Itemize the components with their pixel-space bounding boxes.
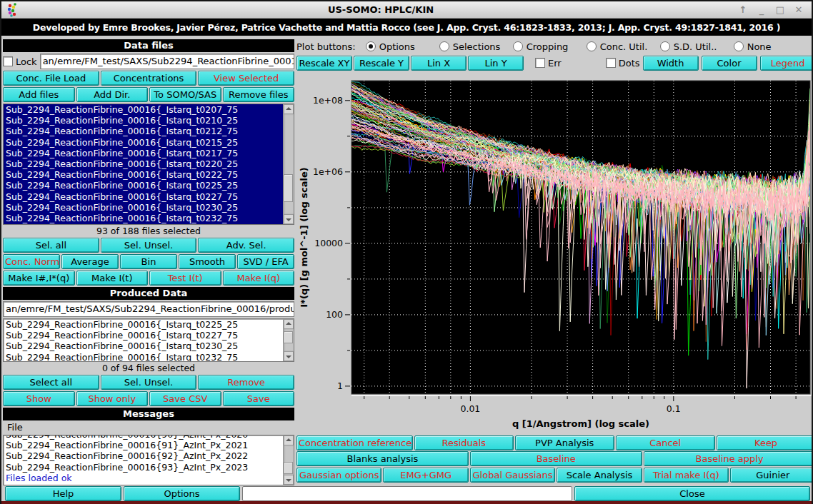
list-item[interactable]: Sub_2294_ReactionFibrine_00016{_Istarq_t…: [4, 223, 283, 224]
checkbox-icon[interactable]: [535, 58, 545, 68]
messages-list[interactable]: Sub_2294_ReactionFibrine_00016{90}_AzInt…: [4, 435, 283, 485]
radio-icon[interactable]: [513, 41, 523, 51]
list-item[interactable]: Sub_2294_ReactionFibrine_00016{_Istarq_t…: [4, 104, 283, 115]
scroll-thumb[interactable]: [284, 462, 293, 475]
radio-icon[interactable]: [734, 41, 744, 51]
button-make-i-q-[interactable]: Make I(q): [223, 271, 295, 286]
radio-conc-util-[interactable]: Conc. Util.: [587, 41, 660, 52]
plot-canvas[interactable]: 0.010.11e+081e+06100001001q [1/Angstrom]…: [296, 71, 813, 433]
options-button[interactable]: Options: [124, 486, 240, 501]
list-item[interactable]: Sub_2294_ReactionFibrine_00016{_Istarq_t…: [4, 330, 283, 341]
button-conc-file-load[interactable]: Conc. File Load: [3, 71, 99, 86]
button-average[interactable]: Average: [61, 254, 119, 269]
produced-path-field[interactable]: an/emre/FM_test/SAXS/Sub2294_ReactionFib…: [3, 301, 294, 317]
button-save[interactable]: Save: [223, 391, 295, 406]
button-keep[interactable]: Keep: [717, 435, 813, 450]
title-bar[interactable]: US-SOMO: HPLC/KIN ↑_□✕: [1, 0, 812, 19]
button-adv-sel-[interactable]: Adv. Sel.: [198, 238, 294, 253]
list-item[interactable]: Sub_2294_ReactionFibrine_00016{_Istarq_t…: [4, 213, 283, 223]
button-make-i-i-q-[interactable]: Make I#,I*(q): [3, 271, 75, 286]
button-trial-make-i-q-[interactable]: Trial make I(q): [644, 468, 729, 483]
list-item[interactable]: Sub_2294_ReactionFibrine_00016{_Istarq_t…: [4, 148, 283, 158]
list-item[interactable]: Sub_2294_ReactionFibrine_00016{_Istarq_t…: [4, 319, 283, 330]
button-lin-y[interactable]: Lin Y: [468, 56, 524, 71]
button-sel-unsel-[interactable]: Sel. Unsel.: [101, 375, 197, 390]
radio-s-d-util-[interactable]: S.D. Util..: [660, 41, 734, 52]
list-item[interactable]: Sub_2294_ReactionFibrine_00016{93}_AzInt…: [4, 462, 283, 473]
list-item[interactable]: Sub_2294_ReactionFibrine_00016{_Istarq_t…: [4, 352, 283, 361]
button-smooth[interactable]: Smooth: [179, 254, 236, 269]
list-item[interactable]: Sub_2294_ReactionFibrine_00016{_Istarq_t…: [4, 180, 283, 191]
scroll-thumb[interactable]: [284, 174, 293, 202]
button-baseline-apply[interactable]: Baseline apply: [644, 451, 813, 466]
radio-none[interactable]: None: [734, 41, 807, 52]
button-rescale-y[interactable]: Rescale Y: [354, 56, 409, 71]
list-item[interactable]: Sub_2294_ReactionFibrine_00016{92}_AzInt…: [4, 450, 283, 461]
close-window-icon[interactable]: ✕: [793, 4, 804, 16]
radio-icon[interactable]: [587, 41, 597, 51]
scroll-up-icon[interactable]: [284, 104, 294, 114]
button-remove-files[interactable]: Remove files: [223, 87, 295, 102]
button-emg-gmg[interactable]: EMG+GMG: [383, 468, 468, 483]
button-bin[interactable]: Bin: [120, 254, 177, 269]
produced-list[interactable]: Sub_2294_ReactionFibrine_00016{_Istarq_t…: [4, 319, 283, 361]
scroll-up-icon[interactable]: [284, 319, 294, 329]
button-legend[interactable]: Legend: [760, 56, 813, 71]
button-conc-norm-[interactable]: Conc. Norm.: [3, 254, 60, 269]
list-item[interactable]: Sub_2294_ReactionFibrine_00016{_Istarq_t…: [4, 115, 283, 126]
button-add-files[interactable]: Add files: [3, 87, 75, 102]
button-show-only[interactable]: Show only: [76, 391, 149, 406]
radio-icon[interactable]: [660, 41, 670, 51]
radio-selections[interactable]: Selections: [439, 41, 513, 52]
button-rescale-xy[interactable]: Rescale XY: [296, 56, 352, 71]
button-blanks-analysis[interactable]: Blanks analysis: [296, 451, 469, 466]
button-svd-efa[interactable]: SVD / EFA: [237, 254, 294, 269]
list-item[interactable]: Sub_2294_ReactionFibrine_00016{_Istarq_t…: [4, 341, 283, 351]
file-menu[interactable]: File: [7, 422, 23, 433]
lock-checkbox[interactable]: [3, 56, 13, 66]
button-pvp-analysis[interactable]: PVP Analysis: [515, 435, 614, 450]
button-color[interactable]: Color: [702, 56, 757, 71]
button-width[interactable]: Width: [643, 56, 699, 71]
button-make-i-t-[interactable]: Make I(t): [76, 271, 149, 286]
button-baseline[interactable]: Baseline: [470, 451, 642, 466]
close-button[interactable]: Close: [574, 486, 810, 501]
list-item[interactable]: Sub_2294_ReactionFibrine_00016{_Istarq_t…: [4, 191, 283, 202]
scroll-down-icon[interactable]: [284, 351, 294, 361]
button-add-dir-[interactable]: Add Dir.: [76, 87, 149, 102]
button-remove[interactable]: Remove: [198, 375, 294, 390]
list-item[interactable]: Sub_2294_ReactionFibrine_00016{_Istarq_t…: [4, 158, 283, 169]
list-item[interactable]: Sub_2294_ReactionFibrine_00016{_Istarq_t…: [4, 202, 283, 213]
button-sel-unsel-[interactable]: Sel. Unsel.: [101, 238, 197, 253]
button-concentrations[interactable]: Concentrations: [101, 71, 197, 86]
button-gaussian-options[interactable]: Gaussian options: [296, 468, 381, 483]
shade-window-icon[interactable]: ↑: [737, 4, 749, 16]
scroll-down-icon[interactable]: [284, 214, 294, 224]
scroll-up-icon[interactable]: [284, 435, 294, 445]
radio-icon[interactable]: [366, 41, 376, 51]
scroll-down-icon[interactable]: [284, 475, 294, 485]
data-files-path-field[interactable]: an/emre/FM_test/SAXS/Sub2294_ReactionFib…: [40, 54, 294, 69]
maximize-window-icon[interactable]: □: [774, 4, 786, 16]
button-show[interactable]: Show: [3, 391, 75, 406]
button-save-csv[interactable]: Save CSV: [149, 391, 221, 406]
button-view-selected[interactable]: View Selected: [198, 71, 294, 86]
button-guinier[interactable]: Guinier: [730, 468, 813, 483]
checkbox-dots[interactable]: Dots: [606, 58, 640, 69]
data-files-scrollbar[interactable]: [283, 104, 294, 224]
radio-options[interactable]: Options: [366, 41, 439, 52]
button-lin-x[interactable]: Lin X: [411, 56, 467, 71]
list-item[interactable]: Sub_2294_ReactionFibrine_00016{_Istarq_t…: [4, 126, 283, 136]
messages-scrollbar[interactable]: [283, 435, 294, 485]
help-button[interactable]: Help: [5, 486, 121, 501]
radio-icon[interactable]: [439, 41, 449, 51]
button-scale-analysis[interactable]: Scale Analysis: [557, 468, 642, 483]
radio-cropping[interactable]: Cropping: [513, 41, 587, 52]
button-to-somo-sas[interactable]: To SOMO/SAS: [149, 87, 221, 102]
produced-scrollbar[interactable]: [283, 319, 294, 361]
button-test-i-t-[interactable]: Test I(t): [149, 271, 221, 286]
button-cancel[interactable]: Cancel: [616, 435, 715, 450]
button-sel-all[interactable]: Sel. all: [3, 238, 99, 253]
checkbox-err[interactable]: Err: [535, 58, 562, 69]
button-global-gaussians[interactable]: Global Gaussians: [470, 468, 555, 483]
